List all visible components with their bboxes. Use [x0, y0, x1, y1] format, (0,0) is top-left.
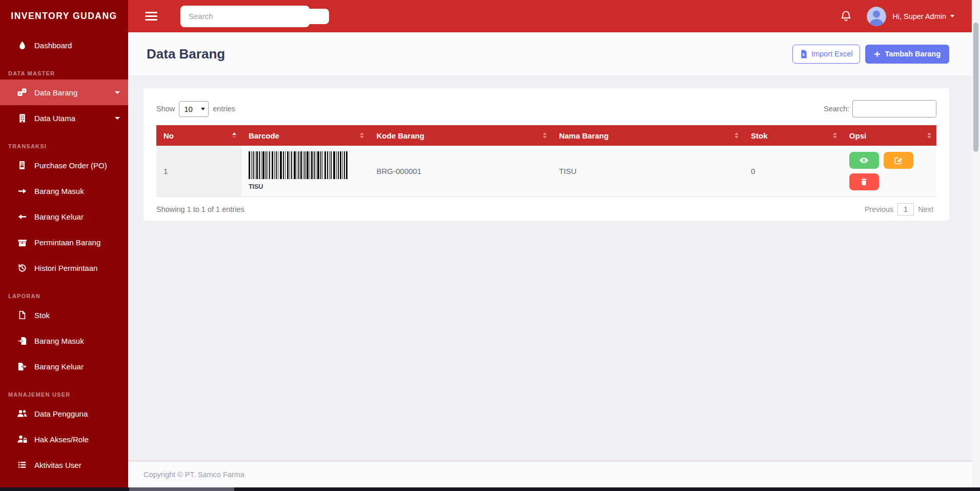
- sidebar-item-data-pengguna[interactable]: Data Pengguna: [0, 401, 128, 426]
- column-header-barcode[interactable]: Barcode: [241, 125, 370, 146]
- pagination-page-1[interactable]: 1: [897, 203, 914, 215]
- sidebar-item-permintaan-barang[interactable]: Permintaan Barang: [0, 229, 128, 255]
- chevron-down-icon: [115, 91, 120, 94]
- sidebar-section-transaksi: TRANSAKSI: [0, 131, 128, 152]
- sort-icon: [734, 132, 739, 139]
- sidebar-item-label: Hak Akses/Role: [34, 435, 89, 444]
- sidebar-item-label: Data Barang: [34, 88, 77, 97]
- file-export-icon: [16, 362, 28, 371]
- sidebar-item-histori-permintaan[interactable]: Histori Permintaan: [0, 255, 128, 281]
- pagination-previous[interactable]: Previous: [862, 204, 896, 215]
- cell-opsi: [842, 146, 936, 197]
- navbar-right: Hi, Super Admin: [840, 7, 954, 26]
- sidebar-item-aktivitas-user[interactable]: Aktivitas User: [0, 452, 128, 478]
- page-footer: Copyright © PT. Samco Farma: [128, 461, 972, 487]
- notification-bell-icon[interactable]: [840, 10, 852, 23]
- horizontal-scrollbar[interactable]: [0, 487, 980, 491]
- sidebar-item-barang-masuk[interactable]: Barang Masuk: [0, 178, 128, 204]
- sidebar-item-label: Barang Keluar: [34, 362, 84, 371]
- page-length-select[interactable]: 10: [179, 101, 209, 117]
- pagination-next[interactable]: Next: [915, 204, 936, 215]
- file-import-icon: [16, 336, 28, 346]
- building-icon: [16, 113, 28, 123]
- sidebar-item-dashboard[interactable]: Dashboard: [0, 32, 128, 58]
- top-navbar: Hi, Super Admin: [128, 0, 972, 32]
- file-icon: [16, 310, 28, 320]
- sort-icon: [927, 132, 931, 139]
- vertical-scrollbar-thumb[interactable]: [973, 23, 978, 152]
- trash-icon: [860, 178, 868, 186]
- barcode-image: [249, 151, 362, 181]
- column-header-nama-barang[interactable]: Nama Barang: [552, 125, 744, 146]
- header-actions: x Import Excel Tambah Barang: [792, 45, 949, 64]
- cell-barcode: TISU: [241, 146, 370, 197]
- chevron-down-icon: [950, 15, 954, 17]
- sort-icon: [833, 132, 837, 139]
- table-search-label: Search:: [824, 105, 849, 113]
- list-icon: [16, 460, 28, 469]
- plus-icon: [874, 51, 881, 57]
- file-invoice-icon: [16, 161, 28, 170]
- column-header-kode-barang[interactable]: Kode Barang: [369, 125, 552, 146]
- sidebar-item-barang-keluar[interactable]: Barang Keluar: [0, 204, 128, 229]
- column-header-opsi[interactable]: Opsi: [842, 125, 936, 146]
- sidebar-section-laporan: LAPORAN: [0, 281, 128, 302]
- file-excel-icon: x: [800, 50, 808, 58]
- sidebar-item-laporan-barang-keluar[interactable]: Barang Keluar: [0, 353, 128, 379]
- table-header-row: No Barcode Kode Barang Nama Barang: [156, 125, 936, 146]
- app-brand: INVENTORY GUDANG: [0, 0, 128, 32]
- main-content: Show 10 entries Search:: [128, 75, 972, 461]
- user-menu[interactable]: Hi, Super Admin: [867, 7, 954, 26]
- sidebar-item-purchase-order[interactable]: Purchase Order (PO): [0, 152, 128, 178]
- copyright-text: Copyright © PT. Samco Farma: [144, 470, 244, 479]
- sidebar-item-data-utama[interactable]: Data Utama: [0, 105, 128, 131]
- sidebar-item-label: Stok: [34, 311, 50, 320]
- cell-no: 1: [156, 146, 241, 197]
- cell-kode-barang: BRG-000001: [369, 146, 552, 197]
- page-title: Data Barang: [147, 46, 225, 62]
- sidebar-item-label: Data Pengguna: [34, 409, 88, 418]
- users-icon: [16, 408, 28, 419]
- user-lock-icon: [16, 434, 28, 444]
- sidebar-item-label: Purchase Order (PO): [34, 161, 107, 170]
- sidebar: INVENTORY GUDANG Dashboard DATA MASTER D…: [0, 0, 128, 487]
- arrow-right-icon: [16, 186, 28, 196]
- horizontal-scrollbar-thumb[interactable]: [129, 487, 234, 491]
- flame-icon: [16, 41, 28, 50]
- sidebar-item-laporan-barang-masuk[interactable]: Barang Masuk: [0, 328, 128, 353]
- sort-icon: [232, 132, 236, 139]
- navbar-search-input[interactable]: [180, 6, 310, 27]
- sidebar-section-data-master: DATA MASTER: [0, 58, 128, 80]
- column-header-stok[interactable]: Stok: [744, 125, 842, 146]
- tambah-barang-button[interactable]: Tambah Barang: [865, 45, 949, 64]
- sidebar-item-stok[interactable]: Stok: [0, 302, 128, 328]
- box-icon: [16, 238, 28, 247]
- table-search-input[interactable]: [852, 100, 936, 117]
- page-header: Data Barang x Import Excel Tambah Barang: [128, 32, 972, 75]
- sidebar-item-label: Barang Masuk: [34, 337, 84, 345]
- vertical-scrollbar[interactable]: [972, 0, 980, 487]
- sidebar-section-manajemen-user: MANAJEMEN USER: [0, 379, 128, 401]
- show-label: Show: [156, 105, 175, 113]
- sidebar-item-label: Aktivitas User: [34, 461, 81, 469]
- table-search-control: Search:: [824, 100, 936, 117]
- edit-button[interactable]: [884, 152, 913, 169]
- sidebar-item-data-barang[interactable]: Data Barang: [0, 80, 128, 105]
- entries-label: entries: [213, 105, 235, 113]
- chevron-down-icon: [115, 117, 120, 120]
- data-table-card: Show 10 entries Search:: [144, 88, 949, 221]
- user-greeting: Hi, Super Admin: [892, 12, 946, 21]
- hamburger-menu-icon[interactable]: [145, 10, 157, 23]
- page-length-control: Show 10 entries: [156, 101, 235, 117]
- sidebar-item-hak-akses[interactable]: Hak Akses/Role: [0, 426, 128, 452]
- navbar-search: [180, 6, 329, 27]
- view-button[interactable]: [849, 152, 879, 169]
- delete-button[interactable]: [849, 173, 879, 190]
- table-controls: Show 10 entries Search:: [156, 100, 936, 117]
- import-excel-button[interactable]: x Import Excel: [792, 45, 861, 64]
- sidebar-item-label: Barang Masuk: [34, 187, 84, 195]
- sidebar-item-label: Histori Permintaan: [34, 264, 97, 272]
- sidebar-item-label: Barang Keluar: [34, 212, 84, 221]
- barcode-label: TISU: [249, 183, 362, 190]
- column-header-no[interactable]: No: [156, 125, 241, 146]
